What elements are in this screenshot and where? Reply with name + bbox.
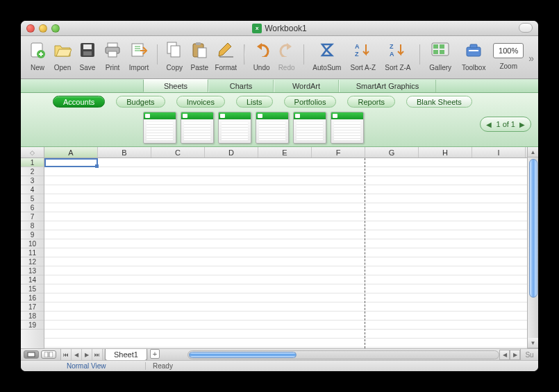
column-header[interactable]: H [419,147,472,157]
svg-rect-20 [440,44,444,49]
gallery-button[interactable]: Gallery [424,37,456,78]
row-header[interactable]: 9 [21,230,44,239]
column-header[interactable]: D [205,147,258,157]
prev-sheet-button[interactable]: ◀ [72,349,82,361]
sheet-tab[interactable]: Sheet1 [105,349,147,361]
row-header[interactable]: 10 [21,239,44,248]
row-header[interactable]: 6 [21,203,44,212]
ribbon-tab-charts[interactable]: Charts [208,80,274,92]
ribbon-tab-wordart[interactable]: WordArt [274,80,339,92]
autosum-button[interactable]: AutoSum [308,37,346,78]
row-header[interactable]: 15 [21,284,44,293]
svg-text:A: A [355,43,360,50]
ribbon-tab-sheets[interactable]: Sheets [143,79,208,92]
horizontal-scrollbar[interactable]: ◀ ▶ [187,349,520,360]
svg-text:Z: Z [390,43,394,50]
scroll-thumb[interactable] [529,159,537,298]
category-blank-sheets[interactable]: Blank Sheets [406,96,472,108]
minimize-button[interactable] [39,24,47,33]
sort-az-button[interactable]: AZ Sort A-Z [346,37,381,78]
close-button[interactable] [26,24,35,33]
zoom-value[interactable]: 100% [493,43,524,58]
window-controls [26,24,60,33]
pager-prev-icon[interactable]: ◀ [486,121,492,128]
row-header[interactable]: 11 [21,248,44,257]
column-header[interactable]: B [98,147,151,157]
toolbar-toggle-button[interactable] [519,23,533,33]
zoom-control[interactable]: 100% Zoom [491,37,526,78]
row-header[interactable]: 14 [21,275,44,284]
add-sheet-button[interactable]: + [150,349,160,359]
import-button[interactable]: Import [125,37,153,78]
row-headers: 1 2 3 4 5 6 7 8 9 10 11 12 13 14 15 16 1 [21,158,44,348]
category-accounts[interactable]: Accounts [53,96,105,108]
spreadsheet-area: ◇ A B C D E F G H I 1 2 3 4 5 6 7 [21,147,538,348]
scroll-right-icon[interactable]: ▶ [510,350,520,360]
template-thumbnail[interactable] [143,112,176,144]
scroll-up-icon[interactable]: ▲ [528,147,538,157]
template-thumbnail[interactable] [331,112,364,144]
scroll-down-icon[interactable]: ▼ [528,338,538,348]
category-lists[interactable]: Lists [236,96,273,108]
zoom-button[interactable] [51,24,60,33]
row-header[interactable]: 17 [21,302,44,312]
copy-button[interactable]: Copy [162,37,187,78]
row-header[interactable]: 19 [21,321,44,330]
view-mode-label: Normal View [62,362,146,370]
pager-next-icon[interactable]: ▶ [519,121,525,128]
row-header[interactable]: 8 [21,221,44,230]
row-header[interactable]: 16 [21,293,44,302]
column-header[interactable]: I [472,147,526,157]
redo-button[interactable]: Redo [274,37,299,78]
row-header[interactable]: 2 [21,167,44,176]
sort-za-button[interactable]: ZA Sort Z-A [381,37,415,78]
template-thumbnail[interactable] [181,112,214,144]
copy-icon [165,40,184,60]
ribbon-tab-smartart[interactable]: SmartArt Graphics [339,80,436,92]
page-layout-view-button[interactable] [41,350,56,359]
column-header[interactable]: F [312,147,365,157]
column-header[interactable]: G [365,147,419,157]
new-button[interactable]: New [25,37,50,78]
next-sheet-button[interactable]: ▶ [82,349,92,361]
cell-grid[interactable] [44,158,527,348]
select-all-corner[interactable]: ◇ [21,147,44,157]
normal-view-button[interactable] [24,350,39,359]
category-budgets[interactable]: Budgets [116,96,165,108]
column-header[interactable]: E [258,147,312,157]
first-sheet-button[interactable]: ⏮ [61,349,72,361]
column-header[interactable]: C [151,147,205,157]
row-header[interactable]: 4 [21,185,44,194]
paste-button[interactable]: Paste [187,37,212,78]
toolbox-button[interactable]: Toolbox [456,37,491,78]
scroll-left-icon[interactable]: ◀ [499,350,510,360]
svg-rect-22 [440,50,444,54]
open-button[interactable]: Open [50,37,75,78]
toolbar-overflow-button[interactable]: » [528,53,534,64]
template-thumbnail[interactable] [293,112,326,144]
status-bar: Normal View Ready [21,360,538,371]
row-header[interactable]: 3 [21,176,44,185]
print-button[interactable]: Print [100,37,125,78]
row-header[interactable]: 12 [21,257,44,266]
row-header[interactable]: 1 [21,158,44,167]
scroll-thumb[interactable] [189,352,297,358]
autocalc-label[interactable]: Su [520,349,538,360]
template-thumbnail[interactable] [218,112,251,144]
row-header[interactable]: 18 [21,312,44,321]
column-headers: ◇ A B C D E F G H I [21,147,527,158]
template-thumbnail[interactable] [256,112,289,144]
save-button[interactable]: Save [75,37,100,78]
format-button[interactable]: Format [212,37,240,78]
category-reports[interactable]: Reports [347,96,395,108]
undo-button[interactable]: Undo [249,37,274,78]
category-portfolios[interactable]: Portfolios [284,96,337,108]
row-header[interactable]: 5 [21,194,44,203]
category-invoices[interactable]: Invoices [176,96,225,108]
column-header[interactable]: A [44,147,98,157]
vertical-scrollbar[interactable]: ▲ ▼ [527,147,538,348]
last-sheet-button[interactable]: ⏭ [92,349,103,361]
gallery-icon [431,40,450,60]
row-header[interactable]: 13 [21,266,44,275]
row-header[interactable]: 7 [21,212,44,221]
